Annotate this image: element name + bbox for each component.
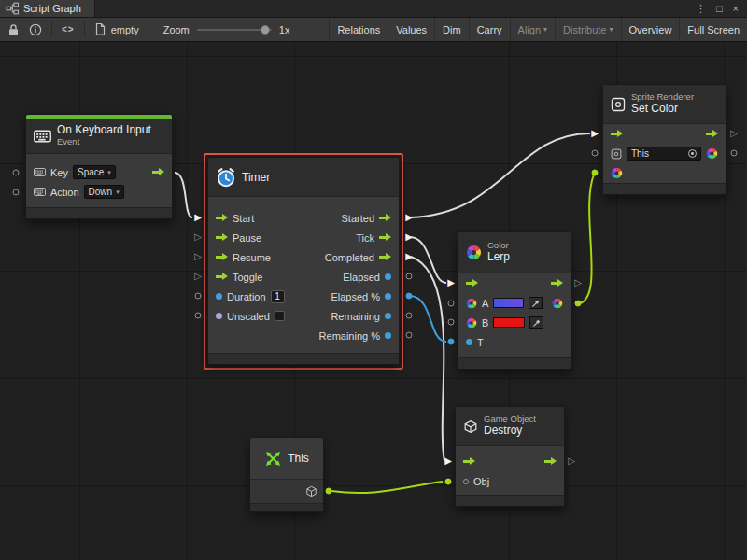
destroy-obj-port[interactable]: [445, 479, 452, 485]
color-wheel-icon: [466, 245, 482, 260]
lock-button[interactable]: [0, 23, 20, 36]
node-header: This: [250, 438, 323, 479]
values-button[interactable]: Values: [388, 18, 434, 41]
graph-breadcrumb[interactable]: empty: [94, 22, 139, 36]
input-t-label: T: [477, 337, 484, 348]
timer-duration-port[interactable]: [195, 293, 202, 300]
timer-pause-port[interactable]: ▷: [194, 232, 202, 242]
node-on-keyboard-input[interactable]: On Keyboard Input Event Key Space ▾ Acti…: [25, 114, 173, 219]
wire-lerp-to-setcolor-color[interactable]: [580, 175, 594, 303]
duration-field[interactable]: 1: [271, 290, 285, 303]
timer-input-label: Duration: [227, 291, 266, 302]
object-picker-icon[interactable]: [688, 149, 697, 158]
color-a-swatch[interactable]: [493, 298, 524, 308]
setcolor-target-port[interactable]: [592, 150, 599, 157]
zoom-slider-knob[interactable]: [261, 25, 270, 35]
target-object-field[interactable]: This: [627, 147, 701, 161]
node-color-lerp[interactable]: Color Lerp A B: [458, 231, 571, 370]
lerp-flow-in-port[interactable]: ▶: [447, 278, 455, 287]
timer-elapsed-pct-port[interactable]: [406, 293, 413, 300]
node-header: On Keyboard Input Event: [26, 119, 172, 154]
angle-brackets-icon[interactable]: <>: [62, 24, 75, 35]
timer-toggle-port[interactable]: ▷: [194, 272, 202, 281]
destroy-flow-in-port[interactable]: ▶: [444, 456, 452, 466]
timer-start-port[interactable]: ▶: [194, 213, 202, 222]
dim-button[interactable]: Dim: [434, 18, 469, 41]
node-title: Destroy: [484, 425, 536, 438]
this-output-port[interactable]: [326, 488, 332, 495]
node-this[interactable]: This: [249, 437, 324, 512]
timer-started-port[interactable]: ▶: [405, 213, 413, 222]
wire-completed-to-destroy[interactable]: [411, 257, 444, 461]
node-footer: [26, 207, 172, 218]
key-dropdown[interactable]: Space ▾: [73, 165, 116, 179]
node-set-color[interactable]: Sprite Renderer Set Color This: [602, 84, 726, 195]
lerp-b-port[interactable]: [448, 319, 455, 326]
zoom-label: Zoom: [163, 24, 190, 35]
action-label: Action: [50, 187, 79, 198]
timer-remaining-port[interactable]: [406, 313, 413, 319]
caret-down-icon: ▾: [116, 189, 120, 195]
setcolor-color-port[interactable]: [592, 170, 599, 176]
lerp-t-port[interactable]: [448, 339, 455, 345]
destroy-flow-out-port[interactable]: ▷: [568, 456, 575, 466]
wire-elapsed-pct-to-t[interactable]: [411, 296, 446, 342]
wire-this-to-destroy-obj[interactable]: [331, 482, 443, 493]
wire-tick-to-lerp[interactable]: [411, 237, 446, 283]
full-screen-button[interactable]: Full Screen: [679, 18, 747, 41]
self-move-icon: [264, 450, 282, 468]
wire-keyboard-to-timer-start[interactable]: [175, 173, 192, 217]
tab-title: Script Graph: [23, 3, 81, 14]
input-b-row: B: [458, 313, 571, 332]
lerp-a-port[interactable]: [448, 301, 455, 307]
setcolor-flow-out-port[interactable]: ▷: [730, 129, 738, 138]
zoom-slider[interactable]: [197, 29, 272, 31]
input-a-label: A: [482, 298, 488, 309]
node-timer[interactable]: Timer Start Started Pause Tick Resume Co…: [207, 157, 400, 365]
tab-script-graph[interactable]: Script Graph: [0, 0, 95, 17]
flow-out-arrow-icon: [379, 233, 391, 242]
setcolor-flow-in-port[interactable]: ▶: [591, 129, 599, 138]
close-icon[interactable]: ×: [733, 4, 739, 14]
info-button[interactable]: [29, 23, 42, 36]
relations-button[interactable]: Relations: [329, 18, 388, 41]
node-title: Set Color: [631, 103, 694, 116]
overview-button[interactable]: Overview: [621, 18, 680, 41]
action-dropdown[interactable]: Down ▾: [84, 185, 124, 199]
distribute-button[interactable]: Distribute ▾: [555, 18, 620, 41]
node-destroy[interactable]: Game Object Destroy Obj: [455, 406, 565, 507]
timer-resume-port[interactable]: ▷: [194, 252, 202, 261]
node-header: Color Lerp: [458, 232, 571, 273]
color-b-swatch[interactable]: [493, 317, 525, 328]
sprite-renderer-icon: [611, 97, 626, 112]
flow-in-arrow-icon: [611, 130, 623, 138]
timer-unscaled-port[interactable]: [195, 313, 202, 319]
timer-output-label: Tick: [356, 232, 374, 244]
window-menu-icon[interactable]: ⋮: [696, 4, 706, 14]
lerp-flow-out-port[interactable]: ▷: [574, 278, 582, 287]
eyedropper-button[interactable]: [529, 297, 543, 309]
input-b-label: B: [482, 317, 488, 329]
graph-asset-icon: [94, 22, 106, 36]
timer-output-label: Started: [342, 213, 374, 224]
timer-tick-port[interactable]: ▶: [405, 232, 413, 242]
separator: [84, 22, 85, 37]
lerp-color-out-port[interactable]: [575, 301, 582, 307]
flow-out-arrow-icon: [379, 214, 391, 222]
keyboard-key-value-port[interactable]: [13, 170, 20, 176]
unscaled-checkbox[interactable]: [275, 311, 285, 321]
script-graph-icon: [6, 2, 19, 15]
wire-started-to-setcolor[interactable]: [411, 133, 590, 217]
graph-canvas[interactable]: On Keyboard Input Event Key Space ▾ Acti…: [0, 42, 747, 560]
maximize-icon[interactable]: □: [716, 4, 723, 14]
timer-remaining-pct-port[interactable]: [406, 332, 413, 339]
keyboard-action-value-port[interactable]: [13, 189, 20, 196]
eyedropper-button[interactable]: [529, 316, 543, 329]
obj-label: Obj: [473, 476, 489, 487]
setcolor-value-out-port[interactable]: [731, 150, 738, 157]
align-button[interactable]: Align ▾: [510, 18, 555, 41]
timer-elapsed-port[interactable]: [406, 273, 413, 280]
carry-button[interactable]: Carry: [469, 18, 510, 41]
toolbar: <> empty Zoom 1x Relations Values Dim Ca…: [0, 18, 747, 42]
timer-completed-port[interactable]: ▶: [405, 252, 413, 261]
